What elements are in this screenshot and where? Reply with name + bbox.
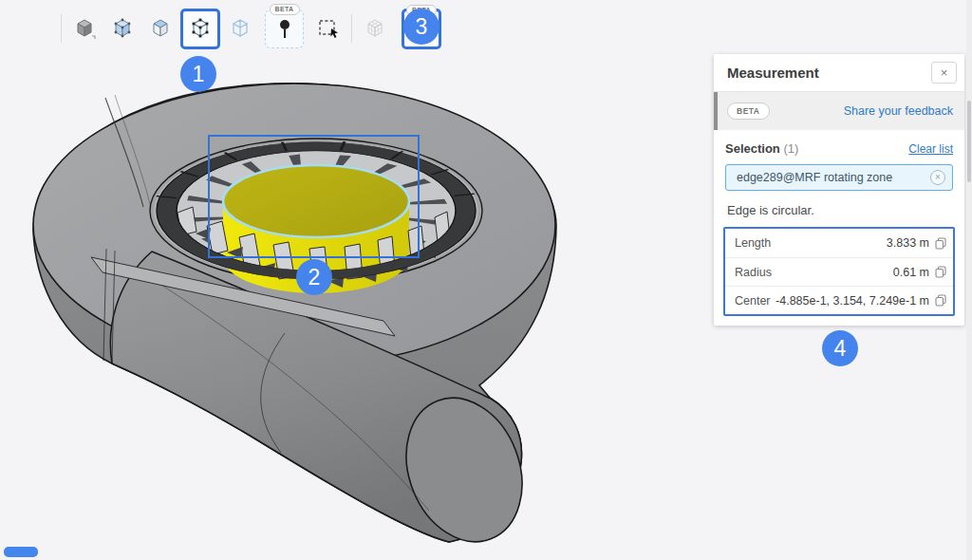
mesh-view-tool-button[interactable] xyxy=(357,10,393,47)
measurement-panel-header: Measurement × xyxy=(714,54,964,92)
share-feedback-link[interactable]: Share your feedback xyxy=(844,104,953,118)
select-edges-icon xyxy=(188,16,213,41)
selection-label: Selection (1) xyxy=(725,141,798,156)
select-wireframe-tool-button[interactable] xyxy=(222,10,258,47)
probe-point-icon xyxy=(273,16,296,41)
bottom-left-blue-badge xyxy=(4,547,38,557)
copy-icon[interactable] xyxy=(935,266,946,278)
callout-4-number: 4 xyxy=(834,336,847,362)
view-cube-tool-button[interactable] xyxy=(66,10,103,47)
callout-2-number: 2 xyxy=(308,265,321,290)
copy-icon[interactable] xyxy=(935,237,946,250)
measurement-panel: Measurement × BETA Share your feedback S… xyxy=(714,54,964,326)
viewer-toolbar: BETA BETA xyxy=(57,6,442,51)
chip-remove-icon[interactable]: × xyxy=(930,170,945,185)
box-select-icon xyxy=(316,16,341,41)
copy-icon[interactable] xyxy=(935,294,946,307)
toolbar-separator xyxy=(351,14,352,43)
result-row-radius: Radius 0.61 m xyxy=(725,257,953,286)
probe-beta-badge: BETA xyxy=(269,4,299,15)
select-faces-icon xyxy=(148,16,173,41)
callout-4: 4 xyxy=(822,330,858,366)
select-faces-tool-button[interactable] xyxy=(142,10,178,47)
radius-label: Radius xyxy=(735,266,772,279)
center-value: -4.885e-1, 3.154, 7.249e-1 m xyxy=(776,294,929,308)
selection-label-text: Selection xyxy=(725,141,780,156)
callout-1-number: 1 xyxy=(193,62,205,87)
measurement-results-box: Length 3.833 m Radius 0.61 m Center -4.8… xyxy=(723,227,955,316)
length-label: Length xyxy=(735,236,771,250)
measurement-panel-body: Selection (1) Clear list edge289@MRF rot… xyxy=(714,130,964,326)
edge-note: Edge is circular. xyxy=(727,203,951,217)
callout-1: 1 xyxy=(180,56,216,92)
mesh-cube-icon xyxy=(363,16,387,41)
radius-value: 0.61 m xyxy=(893,266,929,279)
result-row-center: Center -4.885e-1, 3.154, 7.249e-1 m xyxy=(725,286,953,314)
wireframe-cube-icon xyxy=(228,16,252,41)
select-volumes-tool-button[interactable] xyxy=(104,10,140,47)
probe-point-tool-button[interactable]: BETA xyxy=(265,9,304,48)
clear-list-link[interactable]: Clear list xyxy=(908,142,953,156)
selection-count: (1) xyxy=(783,141,798,156)
application-canvas: BETA BETA xyxy=(0,0,972,560)
panel-title: Measurement xyxy=(727,65,819,81)
panel-beta-badge: BETA xyxy=(727,103,770,120)
page-scrollbar[interactable] xyxy=(966,0,972,560)
box-select-tool-button[interactable] xyxy=(310,10,346,47)
scrollbar-thumb[interactable] xyxy=(967,101,971,182)
select-edges-tool-button[interactable] xyxy=(180,9,220,49)
select-volumes-icon xyxy=(110,16,135,41)
length-value: 3.833 m xyxy=(887,236,929,250)
view-cube-icon xyxy=(72,16,97,41)
close-icon[interactable]: × xyxy=(931,62,957,84)
edge-selection-highlight-box xyxy=(208,135,420,258)
callout-3-number: 3 xyxy=(416,14,428,40)
toolbar-separator xyxy=(61,14,62,43)
result-row-length: Length 3.833 m xyxy=(725,229,953,257)
selection-chip[interactable]: edge289@MRF rotating zone × xyxy=(725,164,953,191)
callout-3: 3 xyxy=(403,9,439,45)
beta-strip-accent-bar xyxy=(714,92,718,130)
selection-chip-label: edge289@MRF rotating zone xyxy=(737,171,892,184)
center-label: Center xyxy=(735,294,771,308)
beta-strip: BETA Share your feedback xyxy=(714,92,964,130)
callout-2: 2 xyxy=(296,259,332,295)
